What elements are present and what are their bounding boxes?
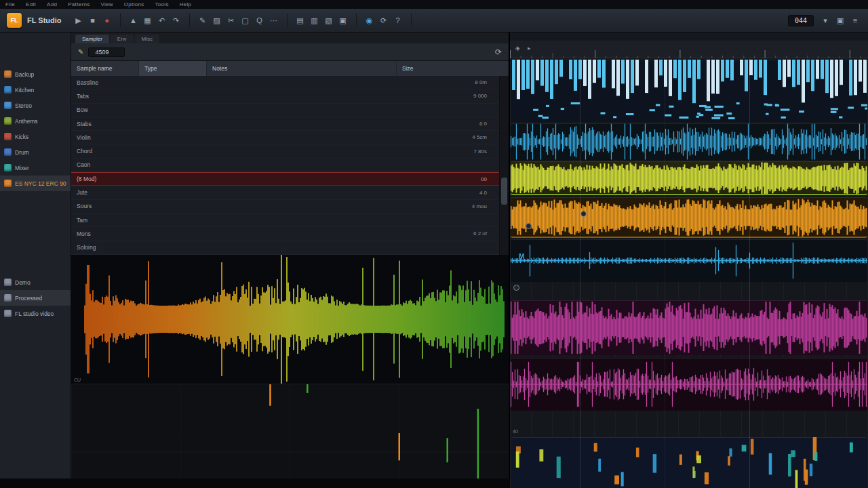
redo-button[interactable]: ↷ bbox=[170, 14, 182, 27]
list-row[interactable]: Stabs6 0 bbox=[71, 117, 499, 131]
clip-knob-icon[interactable] bbox=[580, 211, 587, 217]
midi-clip-dark[interactable] bbox=[511, 437, 867, 488]
piano-roll-button[interactable]: ▥ bbox=[309, 14, 321, 27]
menu-file[interactable]: File bbox=[5, 1, 15, 7]
list-row[interactable]: Jute4 0 bbox=[71, 186, 499, 199]
browser-item[interactable]: FL studio video bbox=[0, 306, 71, 321]
audio-clip-pink[interactable] bbox=[511, 358, 867, 411]
more-tools[interactable]: ⋯ bbox=[268, 14, 280, 27]
row-name: Bow bbox=[77, 106, 425, 113]
secondary-waveform-canvas[interactable] bbox=[71, 384, 509, 482]
list-row[interactable]: Caon bbox=[71, 159, 499, 172]
browser-item[interactable]: Backup bbox=[0, 66, 71, 82]
stop-button[interactable]: ■ bbox=[87, 14, 99, 27]
snap-button[interactable]: ▦ bbox=[142, 14, 154, 27]
list-row[interactable]: Violin4 5cm bbox=[71, 131, 499, 144]
list-row[interactable]: Chord7 80s bbox=[71, 144, 499, 158]
list-row[interactable]: Soloing bbox=[71, 241, 499, 255]
menu-tools[interactable]: Tools bbox=[155, 1, 169, 7]
audio-clip-muted[interactable]: M bbox=[511, 239, 867, 282]
draw-tool[interactable]: ✎ bbox=[197, 14, 209, 27]
pattern-clip-blue[interactable] bbox=[511, 60, 867, 122]
help-button[interactable]: ? bbox=[392, 14, 404, 27]
tools-group: ✎▨✂▢Q⋯ bbox=[197, 14, 288, 27]
menu-edit[interactable]: Edit bbox=[26, 1, 36, 7]
list-row[interactable]: Sours4 mou bbox=[71, 200, 499, 214]
browser-item[interactable]: Anthems bbox=[0, 113, 71, 129]
sync-button[interactable]: ⟳ bbox=[378, 14, 390, 27]
panel-toggle[interactable]: ▣ bbox=[834, 14, 846, 27]
globe-icon[interactable]: ◉ bbox=[363, 14, 376, 27]
metronome-button[interactable]: ▲ bbox=[127, 14, 140, 27]
list-row[interactable]: Bow bbox=[71, 104, 499, 117]
menu-add[interactable]: Add bbox=[47, 1, 57, 7]
browser-item[interactable]: Kitchen bbox=[0, 82, 71, 98]
menu-help[interactable]: Help bbox=[180, 1, 192, 7]
browser-item[interactable]: ES NYC 12 ERC 90 bbox=[0, 176, 71, 191]
undo-button[interactable]: ↶ bbox=[156, 14, 168, 27]
waveform-view: CU bbox=[71, 255, 509, 384]
snap-icon[interactable]: ◈ bbox=[515, 45, 520, 52]
browser-item[interactable]: Kicks bbox=[0, 129, 71, 144]
folder-icon bbox=[4, 133, 12, 140]
playlist-tracks[interactable]: 40 M bbox=[510, 58, 868, 488]
list-row[interactable]: (8 Mod)00 bbox=[71, 172, 499, 186]
channel-name-field[interactable]: 4509 bbox=[88, 47, 125, 57]
refresh-icon[interactable]: ⟳ bbox=[495, 47, 502, 57]
menu-options[interactable]: Options bbox=[124, 1, 144, 7]
scrollbar-thumb[interactable] bbox=[501, 178, 507, 205]
zoom-tool[interactable]: Q bbox=[254, 14, 266, 27]
track-knob-icon[interactable] bbox=[513, 285, 519, 291]
folder-icon bbox=[4, 164, 12, 171]
playlist-button[interactable]: ▤ bbox=[294, 14, 307, 27]
paint-tool[interactable]: ▨ bbox=[211, 14, 223, 27]
row-name: Caon bbox=[77, 161, 425, 168]
column-header-notes[interactable]: Notes bbox=[207, 61, 397, 76]
browser-item[interactable]: Mixer bbox=[0, 160, 71, 176]
select-tool[interactable]: ▢ bbox=[239, 14, 252, 27]
clip-waveform bbox=[511, 60, 867, 122]
tab-misc[interactable]: Misc bbox=[135, 35, 159, 43]
browser-item-list: BackupKitchenStereoAnthemsKicksDrumMixer… bbox=[0, 66, 71, 321]
app-logo-icon[interactable]: FL bbox=[7, 13, 22, 28]
menu-view[interactable]: View bbox=[100, 1, 113, 7]
audio-clip-yellow[interactable] bbox=[511, 161, 867, 195]
browser-item[interactable]: Demo bbox=[0, 274, 71, 290]
play-button[interactable]: ▶ bbox=[73, 14, 85, 27]
waveform-cursor-label: CU bbox=[74, 378, 81, 382]
list-row[interactable]: Tam bbox=[71, 214, 499, 227]
audio-clip-magenta[interactable] bbox=[511, 300, 867, 355]
browser-item-label: Demo bbox=[15, 279, 31, 286]
browser-item[interactable]: Drum bbox=[0, 144, 71, 160]
tab-sampler[interactable]: Sampler bbox=[75, 35, 109, 43]
dropdown-caret[interactable]: ▾ bbox=[819, 14, 831, 27]
list-row[interactable]: Mons6 2 of bbox=[71, 227, 499, 241]
track-knob-icon[interactable] bbox=[526, 223, 532, 229]
menu-button[interactable]: ≡ bbox=[849, 14, 861, 27]
tab-env[interactable]: Env bbox=[111, 35, 134, 43]
rename-icon[interactable]: ✎ bbox=[78, 48, 83, 56]
waveform-canvas[interactable] bbox=[71, 255, 509, 384]
channel-tabs: SamplerEnvMisc bbox=[71, 33, 509, 43]
list-row[interactable]: Tabs9 000 bbox=[71, 89, 499, 103]
row-value: 4 5cm bbox=[425, 134, 499, 140]
playlist-panel: ◈ ▸ 40 M bbox=[509, 33, 868, 488]
column-header-sample-name[interactable]: Sample name bbox=[71, 61, 139, 76]
list-scrollbar[interactable] bbox=[499, 76, 509, 255]
browser-item[interactable]: Stereo bbox=[0, 98, 71, 113]
marker-icon[interactable]: ▸ bbox=[528, 45, 531, 52]
list-row[interactable]: Bassline8 0m bbox=[71, 76, 499, 89]
record-button[interactable]: ● bbox=[101, 14, 113, 27]
audio-clip-blue[interactable] bbox=[511, 123, 867, 160]
folder-icon bbox=[4, 310, 12, 317]
column-header-type[interactable]: Type bbox=[139, 61, 207, 76]
timeline-ruler[interactable]: ◈ ▸ bbox=[510, 41, 868, 58]
menu-patterns[interactable]: Patterns bbox=[68, 1, 90, 7]
folder-icon bbox=[4, 294, 12, 302]
cut-tool[interactable]: ✂ bbox=[225, 14, 237, 27]
browser-button[interactable]: ▣ bbox=[337, 14, 349, 27]
column-header-size[interactable]: Size bbox=[397, 61, 509, 76]
browser-item[interactable]: Processed bbox=[0, 290, 71, 306]
mixer-button[interactable]: ▧ bbox=[323, 14, 335, 27]
audio-clip-orange[interactable] bbox=[511, 197, 867, 238]
